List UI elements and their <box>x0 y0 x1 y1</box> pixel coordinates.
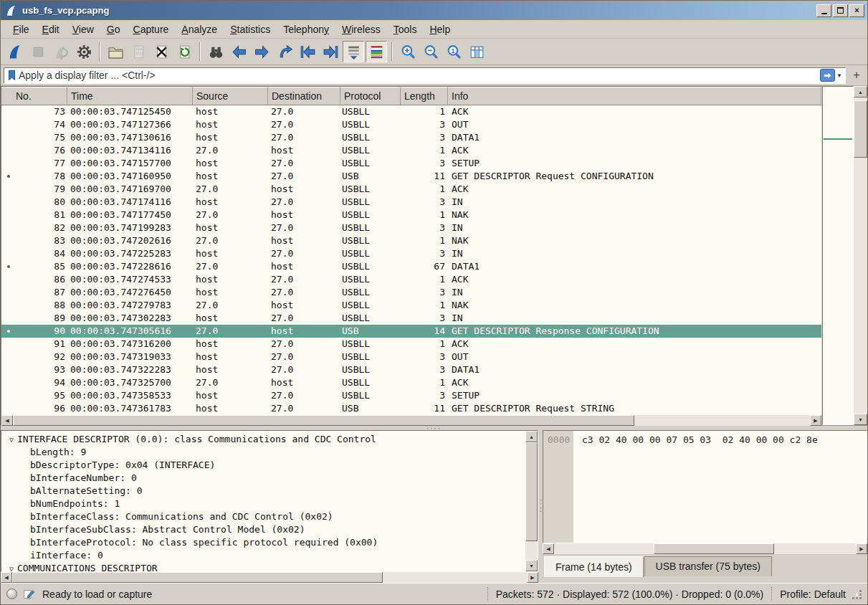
packet-row-75[interactable]: 7500:00:03.747130616host27.0USBLL3DATA1 <box>1 131 821 144</box>
intelligent-scrollbar-minimap[interactable] <box>822 86 854 425</box>
details-hscrollbar[interactable]: ◀▶ <box>1 572 538 583</box>
toolbar-go-last-packet-icon[interactable] <box>320 41 341 62</box>
toolbar-find-packet-icon[interactable] <box>205 41 226 62</box>
packet-row-74[interactable]: 7400:00:03.747127366host27.0USBLL3OUT <box>1 118 821 131</box>
packet-list-hscrollbar-thumb[interactable] <box>13 415 634 426</box>
detail-line[interactable]: bInterfaceClass: Communications and CDC … <box>1 510 525 523</box>
menu-wireless[interactable]: Wireless <box>335 22 387 37</box>
detail-line[interactable]: bInterfaceNumber: 0 <box>1 472 525 485</box>
packet-row-82[interactable]: 8200:00:03.747199283host27.0USBLL3IN <box>1 221 821 234</box>
column-header-destination[interactable]: Destination <box>268 87 340 105</box>
detail-line[interactable]: bInterfaceProtocol: No class specific pr… <box>1 536 525 549</box>
column-header-no[interactable]: No. <box>1 87 67 105</box>
column-header-info[interactable]: Info <box>448 87 821 105</box>
menu-telephony[interactable]: Telephony <box>277 22 335 37</box>
detail-line[interactable]: ▽COMMUNICATIONS DESCRIPTOR <box>1 562 525 571</box>
menu-statistics[interactable]: Statistics <box>224 22 277 37</box>
apply-filter-button[interactable] <box>820 69 835 82</box>
column-header-length[interactable]: Length <box>401 87 448 105</box>
menu-view[interactable]: View <box>66 22 100 37</box>
details-vscrollbar-down-arrow[interactable]: ▼ <box>525 560 538 571</box>
packet-list-vscrollbar[interactable]: ▲▼ <box>854 86 867 425</box>
packet-row-77[interactable]: 7700:00:03.747157700host27.0USBLL3SETUP <box>1 157 821 170</box>
menu-go[interactable]: Go <box>100 22 127 37</box>
toolbar-zoom-out-icon[interactable] <box>420 41 442 62</box>
packet-row-73[interactable]: 7300:00:03.747125450host27.0USBLL1ACK <box>1 105 821 118</box>
tab-usb[interactable]: USB transfer (75 bytes) <box>644 556 772 576</box>
packet-row-76[interactable]: 7600:00:03.74713411627.0hostUSBLL1ACK <box>1 144 821 157</box>
packet-row-96[interactable]: 9600:00:03.747361783host27.0USB11GET DES… <box>1 402 821 415</box>
packet-row-88[interactable]: 8800:00:03.74727978327.0hostUSBLL1NAK <box>1 299 821 312</box>
packet-row-84[interactable]: 8400:00:03.747225283host27.0USBLL3IN <box>1 247 821 260</box>
packet-list-vscrollbar-track[interactable] <box>854 97 867 414</box>
packet-list-hscrollbar-left-arrow[interactable]: ◀ <box>1 415 13 426</box>
packet-row-90[interactable]: 9000:00:03.74730561627.0hostUSB14GET DES… <box>1 325 821 338</box>
details-vscrollbar-track[interactable] <box>525 442 538 560</box>
toolbar-colorize-icon[interactable] <box>366 41 387 62</box>
packet-row-85[interactable]: 8500:00:03.74722861627.0hostUSBLL67DATA1 <box>1 260 821 273</box>
toolbar-close-file-icon[interactable] <box>151 41 172 62</box>
detail-line[interactable]: bLength: 9 <box>1 446 525 459</box>
menu-edit[interactable]: Edit <box>36 22 66 37</box>
detail-line[interactable]: iInterface: 0 <box>1 549 525 562</box>
toolbar-start-capture-icon[interactable] <box>4 41 26 62</box>
detail-line[interactable]: bNumEndpoints: 1 <box>1 497 525 510</box>
packet-row-81[interactable]: 8100:00:03.74717745027.0hostUSBLL1NAK <box>1 209 821 221</box>
packet-row-95[interactable]: 9500:00:03.747358533host27.0USBLL3SETUP <box>1 389 821 402</box>
packet-list-vscrollbar-thumb[interactable] <box>854 100 867 157</box>
toolbar-go-first-packet-icon[interactable] <box>297 41 318 62</box>
filter-bookmark-icon[interactable] <box>6 69 19 82</box>
packet-row-91[interactable]: 9100:00:03.747316200host27.0USBLL1ACK <box>1 338 821 351</box>
details-vscrollbar-thumb[interactable] <box>525 442 538 541</box>
resize-grip[interactable] <box>852 587 863 601</box>
column-header-time[interactable]: Time <box>67 87 193 105</box>
column-header-protocol[interactable]: Protocol <box>340 87 401 105</box>
toolbar-go-back-icon[interactable] <box>228 41 249 62</box>
detail-line[interactable]: ▽INTERFACE DESCRIPTOR (0.0): class Commu… <box>1 433 525 446</box>
minimize-button[interactable] <box>816 4 831 17</box>
expander-icon[interactable]: ▽ <box>6 563 17 571</box>
toolbar-auto-scroll-icon[interactable] <box>343 41 364 62</box>
packet-row-83[interactable]: 8300:00:03.74720261627.0hostUSBLL1NAK <box>1 234 821 247</box>
toolbar-zoom-in-icon[interactable] <box>397 41 419 62</box>
menu-capture[interactable]: Capture <box>127 22 176 37</box>
close-button[interactable]: × <box>849 4 864 17</box>
packet-row-87[interactable]: 8700:00:03.747276450host27.0USBLL3IN <box>1 286 821 299</box>
packet-list-vscrollbar-up-arrow[interactable]: ▲ <box>854 86 867 97</box>
capture-comment-icon[interactable] <box>23 588 35 600</box>
menu-file[interactable]: File <box>6 22 36 37</box>
toolbar-capture-options-icon[interactable] <box>73 41 95 62</box>
packet-row-86[interactable]: 8600:00:03.747274533host27.0USBLL1ACK <box>1 273 821 286</box>
details-hscrollbar-track[interactable] <box>12 572 527 583</box>
expert-info-icon[interactable] <box>6 589 17 599</box>
menu-help[interactable]: Help <box>423 22 457 37</box>
tab-frame[interactable]: Frame (14 bytes) <box>544 556 644 577</box>
packet-list-hscrollbar-right-arrow[interactable]: ▶ <box>810 415 821 426</box>
display-filter-input[interactable] <box>19 69 820 82</box>
bytes-hscrollbar-left-arrow[interactable]: ◀ <box>543 543 554 554</box>
packet-row-89[interactable]: 8900:00:03.747302283host27.0USBLL3IN <box>1 312 821 325</box>
toolbar-zoom-original-icon[interactable]: 1 <box>443 41 464 62</box>
hex-bytes[interactable]: c3 02 40 00 00 07 05 03 02 40 00 00 c2 8… <box>573 431 867 543</box>
details-hscrollbar-right-arrow[interactable]: ▶ <box>527 572 538 583</box>
bytes-hscrollbar[interactable]: ◀▶ <box>543 543 867 554</box>
toolbar-reload-file-icon[interactable] <box>173 41 195 62</box>
detail-line[interactable]: bInterfaceSubClass: Abstract Control Mod… <box>1 523 525 536</box>
toolbar-resize-columns-icon[interactable] <box>466 41 487 62</box>
packet-row-78[interactable]: 7800:00:03.747160950host27.0USB11GET DES… <box>1 170 821 183</box>
details-hscrollbar-left-arrow[interactable]: ◀ <box>1 572 12 583</box>
menu-analyze[interactable]: Analyze <box>175 22 224 37</box>
details-hscrollbar-thumb[interactable] <box>12 572 383 583</box>
bytes-hscrollbar-right-arrow[interactable]: ▶ <box>856 543 867 554</box>
status-profile[interactable]: Profile: Default <box>780 589 846 600</box>
details-vscrollbar[interactable]: ▲▼ <box>525 431 538 571</box>
toolbar-go-to-packet-icon[interactable] <box>274 41 295 62</box>
bytes-hscrollbar-track[interactable] <box>554 543 856 554</box>
add-filter-button-plus-icon[interactable]: + <box>849 67 864 83</box>
detail-line[interactable]: bAlternateSetting: 0 <box>1 485 525 497</box>
menu-tools[interactable]: Tools <box>387 22 424 37</box>
filter-dropdown-caret[interactable]: ▼ <box>835 72 844 79</box>
packet-list-vscrollbar-down-arrow[interactable]: ▼ <box>854 414 867 425</box>
packet-row-92[interactable]: 9200:00:03.747319033host27.0USBLL3OUT <box>1 351 821 363</box>
expander-icon[interactable]: ▽ <box>6 434 17 447</box>
